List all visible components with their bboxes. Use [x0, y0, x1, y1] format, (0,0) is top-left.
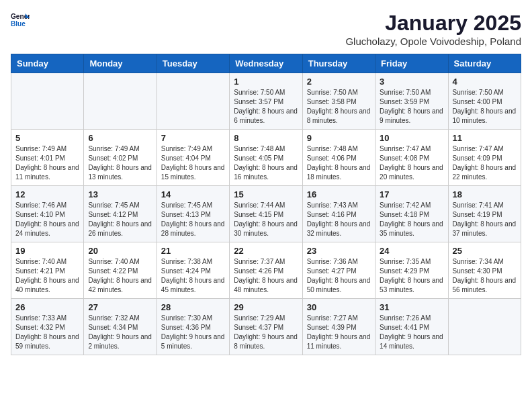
day-info: Sunrise: 7:34 AM Sunset: 4:30 PM Dayligh…	[453, 257, 517, 295]
calendar-table: SundayMondayTuesdayWednesdayThursdayFrid…	[11, 54, 521, 355]
calendar-cell: 27Sunrise: 7:32 AM Sunset: 4:34 PM Dayli…	[84, 299, 157, 355]
weekday-header-wednesday: Wednesday	[230, 54, 302, 73]
calendar-cell: 25Sunrise: 7:34 AM Sunset: 4:30 PM Dayli…	[448, 242, 521, 299]
logo: General Blue	[11, 11, 30, 30]
day-info: Sunrise: 7:29 AM Sunset: 4:37 PM Dayligh…	[234, 314, 298, 351]
day-info: Sunrise: 7:50 AM Sunset: 3:59 PM Dayligh…	[380, 88, 443, 126]
calendar-cell: 10Sunrise: 7:47 AM Sunset: 4:08 PM Dayli…	[375, 130, 448, 186]
day-info: Sunrise: 7:44 AM Sunset: 4:15 PM Dayligh…	[234, 201, 298, 238]
day-info: Sunrise: 7:48 AM Sunset: 4:05 PM Dayligh…	[234, 144, 298, 182]
svg-text:Blue: Blue	[11, 20, 26, 28]
weekday-header-saturday: Saturday	[448, 54, 521, 73]
calendar-cell: 23Sunrise: 7:36 AM Sunset: 4:27 PM Dayli…	[302, 242, 375, 299]
calendar-cell: 21Sunrise: 7:38 AM Sunset: 4:24 PM Dayli…	[157, 242, 229, 299]
day-number: 14	[161, 189, 225, 199]
calendar-cell: 16Sunrise: 7:43 AM Sunset: 4:16 PM Dayli…	[302, 186, 375, 242]
day-info: Sunrise: 7:40 AM Sunset: 4:21 PM Dayligh…	[15, 257, 79, 295]
day-info: Sunrise: 7:26 AM Sunset: 4:41 PM Dayligh…	[380, 314, 443, 351]
day-info: Sunrise: 7:47 AM Sunset: 4:08 PM Dayligh…	[380, 144, 443, 182]
day-info: Sunrise: 7:32 AM Sunset: 4:34 PM Dayligh…	[88, 314, 152, 351]
day-info: Sunrise: 7:40 AM Sunset: 4:22 PM Dayligh…	[88, 257, 152, 295]
weekday-header-row: SundayMondayTuesdayWednesdayThursdayFrid…	[11, 54, 521, 73]
calendar-cell	[84, 73, 157, 130]
day-number: 9	[307, 133, 371, 143]
day-info: Sunrise: 7:35 AM Sunset: 4:29 PM Dayligh…	[380, 257, 443, 295]
day-info: Sunrise: 7:46 AM Sunset: 4:10 PM Dayligh…	[15, 201, 79, 238]
calendar-cell: 2Sunrise: 7:50 AM Sunset: 3:58 PM Daylig…	[302, 73, 375, 130]
week-row-4: 19Sunrise: 7:40 AM Sunset: 4:21 PM Dayli…	[11, 242, 521, 299]
calendar-cell: 28Sunrise: 7:30 AM Sunset: 4:36 PM Dayli…	[157, 299, 229, 355]
calendar-cell: 5Sunrise: 7:49 AM Sunset: 4:01 PM Daylig…	[11, 130, 84, 186]
day-number: 18	[453, 189, 517, 199]
week-row-2: 5Sunrise: 7:49 AM Sunset: 4:01 PM Daylig…	[11, 130, 521, 186]
day-number: 24	[380, 246, 443, 256]
title-block: January 2025 Glucholazy, Opole Voivodesh…	[345, 11, 521, 47]
day-info: Sunrise: 7:41 AM Sunset: 4:19 PM Dayligh…	[453, 201, 517, 238]
weekday-header-sunday: Sunday	[11, 54, 84, 73]
day-number: 7	[161, 133, 225, 143]
day-number: 8	[234, 133, 298, 143]
month-title: January 2025	[345, 11, 521, 36]
weekday-header-tuesday: Tuesday	[157, 54, 229, 73]
day-number: 19	[15, 246, 79, 256]
day-info: Sunrise: 7:49 AM Sunset: 4:02 PM Dayligh…	[88, 144, 152, 182]
calendar-cell: 1Sunrise: 7:50 AM Sunset: 3:57 PM Daylig…	[230, 73, 302, 130]
calendar-cell: 6Sunrise: 7:49 AM Sunset: 4:02 PM Daylig…	[84, 130, 157, 186]
week-row-5: 26Sunrise: 7:33 AM Sunset: 4:32 PM Dayli…	[11, 299, 521, 355]
calendar-cell: 4Sunrise: 7:50 AM Sunset: 4:00 PM Daylig…	[448, 73, 521, 130]
day-info: Sunrise: 7:42 AM Sunset: 4:18 PM Dayligh…	[380, 201, 443, 238]
day-info: Sunrise: 7:30 AM Sunset: 4:36 PM Dayligh…	[161, 314, 225, 351]
day-number: 30	[307, 302, 371, 312]
week-row-3: 12Sunrise: 7:46 AM Sunset: 4:10 PM Dayli…	[11, 186, 521, 242]
calendar-cell: 30Sunrise: 7:27 AM Sunset: 4:39 PM Dayli…	[302, 299, 375, 355]
calendar-cell: 20Sunrise: 7:40 AM Sunset: 4:22 PM Dayli…	[84, 242, 157, 299]
calendar-cell	[157, 73, 229, 130]
calendar-cell: 12Sunrise: 7:46 AM Sunset: 4:10 PM Dayli…	[11, 186, 84, 242]
day-info: Sunrise: 7:45 AM Sunset: 4:12 PM Dayligh…	[88, 201, 152, 238]
day-number: 20	[88, 246, 152, 256]
calendar-cell: 24Sunrise: 7:35 AM Sunset: 4:29 PM Dayli…	[375, 242, 448, 299]
calendar-cell: 7Sunrise: 7:49 AM Sunset: 4:04 PM Daylig…	[157, 130, 229, 186]
day-number: 28	[161, 302, 225, 312]
day-info: Sunrise: 7:33 AM Sunset: 4:32 PM Dayligh…	[15, 314, 79, 351]
day-info: Sunrise: 7:45 AM Sunset: 4:13 PM Dayligh…	[161, 201, 225, 238]
day-number: 6	[88, 133, 152, 143]
calendar-cell	[448, 299, 521, 355]
day-info: Sunrise: 7:47 AM Sunset: 4:09 PM Dayligh…	[453, 144, 517, 182]
page-header: General Blue January 2025 Glucholazy, Op…	[11, 11, 521, 47]
calendar-cell: 8Sunrise: 7:48 AM Sunset: 4:05 PM Daylig…	[230, 130, 302, 186]
day-number: 15	[234, 189, 298, 199]
day-number: 26	[15, 302, 79, 312]
calendar-cell: 9Sunrise: 7:48 AM Sunset: 4:06 PM Daylig…	[302, 130, 375, 186]
weekday-header-monday: Monday	[84, 54, 157, 73]
day-number: 10	[380, 133, 443, 143]
calendar-cell: 13Sunrise: 7:45 AM Sunset: 4:12 PM Dayli…	[84, 186, 157, 242]
day-number: 4	[453, 77, 517, 87]
weekday-header-friday: Friday	[375, 54, 448, 73]
calendar-cell: 31Sunrise: 7:26 AM Sunset: 4:41 PM Dayli…	[375, 299, 448, 355]
day-number: 25	[453, 246, 517, 256]
day-number: 23	[307, 246, 371, 256]
calendar-cell: 29Sunrise: 7:29 AM Sunset: 4:37 PM Dayli…	[230, 299, 302, 355]
day-number: 31	[380, 302, 443, 312]
day-number: 11	[453, 133, 517, 143]
day-info: Sunrise: 7:43 AM Sunset: 4:16 PM Dayligh…	[307, 201, 371, 238]
calendar-cell: 11Sunrise: 7:47 AM Sunset: 4:09 PM Dayli…	[448, 130, 521, 186]
logo-icon: General Blue	[11, 11, 30, 30]
day-number: 29	[234, 302, 298, 312]
calendar-cell: 19Sunrise: 7:40 AM Sunset: 4:21 PM Dayli…	[11, 242, 84, 299]
day-number: 22	[234, 246, 298, 256]
week-row-1: 1Sunrise: 7:50 AM Sunset: 3:57 PM Daylig…	[11, 73, 521, 130]
calendar-cell: 26Sunrise: 7:33 AM Sunset: 4:32 PM Dayli…	[11, 299, 84, 355]
day-number: 2	[307, 77, 371, 87]
day-info: Sunrise: 7:50 AM Sunset: 3:58 PM Dayligh…	[307, 88, 371, 126]
day-info: Sunrise: 7:38 AM Sunset: 4:24 PM Dayligh…	[161, 257, 225, 295]
day-number: 21	[161, 246, 225, 256]
day-number: 27	[88, 302, 152, 312]
calendar-cell	[11, 73, 84, 130]
day-info: Sunrise: 7:50 AM Sunset: 4:00 PM Dayligh…	[453, 88, 517, 126]
day-info: Sunrise: 7:49 AM Sunset: 4:04 PM Dayligh…	[161, 144, 225, 182]
day-info: Sunrise: 7:27 AM Sunset: 4:39 PM Dayligh…	[307, 314, 371, 351]
day-info: Sunrise: 7:48 AM Sunset: 4:06 PM Dayligh…	[307, 144, 371, 182]
calendar-cell: 3Sunrise: 7:50 AM Sunset: 3:59 PM Daylig…	[375, 73, 448, 130]
